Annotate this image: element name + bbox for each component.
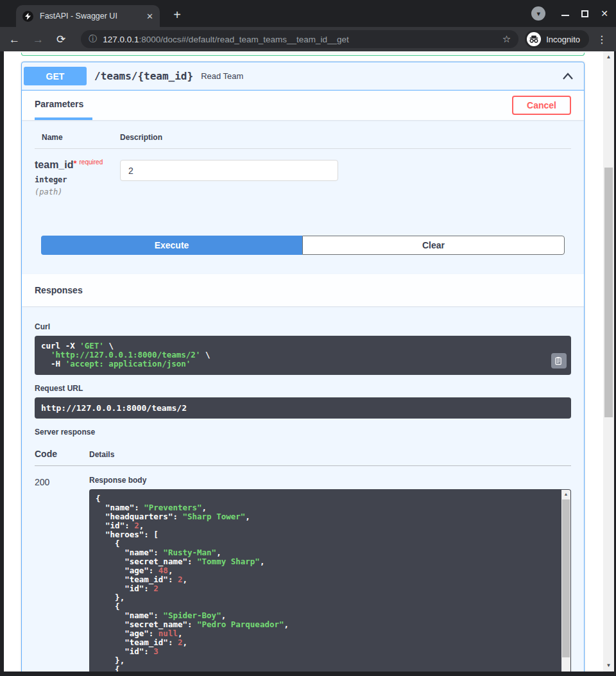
response-body-scrollbar[interactable]: ▲ (561, 490, 570, 672)
responses-body: Curl curl -X 'GET' \ 'http://127.0.0.1:8… (22, 306, 584, 672)
parameter-location: (path) (35, 187, 120, 196)
collapse-operation-button[interactable] (562, 73, 574, 80)
response-row: 200 Response body { "name": "Preventers"… (35, 476, 571, 672)
tab-close-icon[interactable]: ✕ (146, 12, 153, 21)
parameters-header: Parameters Cancel (22, 91, 584, 120)
response-body-json: { "name": "Preventers", "headquarters": … (96, 494, 556, 672)
window-close-button[interactable]: ✕ (601, 9, 608, 18)
curl-command-block: curl -X 'GET' \ 'http://127.0.0.1:8000/t… (35, 336, 571, 375)
column-name-header: Name (35, 129, 120, 148)
minimize-icon (561, 15, 569, 16)
page-content: GET /teams/{team_id} Read Team Parameter… (4, 51, 603, 672)
address-bar[interactable]: ⓘ 127.0.0.1:8000/docs#/default/read_team… (81, 30, 518, 48)
request-url-label: Request URL (35, 384, 571, 393)
column-description-header: Description (120, 129, 571, 148)
response-body-label: Response body (89, 476, 571, 485)
window-controls: ▾ ✕ (531, 0, 608, 27)
browser-tab[interactable]: FastAPI - Swagger UI ✕ (16, 5, 160, 27)
forward-icon[interactable]: → (33, 34, 44, 45)
fastapi-favicon-icon (22, 11, 33, 22)
new-tab-button[interactable]: + (168, 6, 186, 24)
required-asterisk: * (73, 159, 76, 168)
response-table-head: Code Details (35, 449, 571, 466)
tab-parameters[interactable]: Parameters (35, 91, 92, 120)
curl-command: curl -X 'GET' \ 'http://127.0.0.1:8000/t… (41, 342, 545, 368)
team-id-input[interactable] (120, 160, 338, 181)
page-scroll-down-icon[interactable]: ▼ (603, 661, 614, 670)
parameter-value-cell (120, 159, 571, 196)
operation-path: /teams/{team_id} (94, 70, 193, 82)
operation-summary: Read Team (201, 71, 562, 81)
url-text[interactable]: 127.0.0.1:8000/docs#/default/read_team_t… (103, 35, 497, 44)
parameter-name: team_id*required (35, 159, 120, 171)
parameters-table-head: Name Description (35, 129, 571, 149)
browser-menu-icon[interactable]: ⋮ (597, 33, 607, 46)
browser-update-icon[interactable]: ▾ (531, 6, 545, 21)
incognito-label: Incognito (546, 35, 580, 44)
reload-icon[interactable]: ⟳ (56, 34, 65, 45)
required-label: required (80, 159, 103, 166)
parameter-meta: team_id*required integer (path) (35, 159, 120, 196)
bookmark-star-icon[interactable]: ☆ (502, 33, 511, 45)
parameter-row: team_id*required integer (path) (35, 149, 571, 196)
copy-to-clipboard-button[interactable] (551, 353, 567, 368)
execute-row: Execute Clear (41, 236, 565, 255)
swagger-page: GET /teams/{team_id} Read Team Parameter… (4, 51, 614, 672)
page-scrollbar[interactable]: ▲ ▼ (603, 51, 614, 672)
get-operation-block: GET /teams/{team_id} Read Team Parameter… (21, 62, 585, 672)
parameters-title: Parameters (35, 99, 83, 109)
parameters-body: Name Description team_id*required intege… (22, 120, 584, 255)
chevron-up-icon (562, 73, 574, 80)
response-body-block: { "name": "Preventers", "headquarters": … (89, 489, 571, 672)
minimize-button[interactable] (561, 11, 569, 16)
back-icon[interactable]: ← (9, 34, 20, 45)
execute-button[interactable]: Execute (41, 236, 302, 255)
incognito-icon (527, 32, 541, 46)
clipboard-icon (555, 356, 563, 365)
status-code: 200 (35, 476, 89, 672)
clear-button[interactable]: Clear (302, 236, 565, 255)
site-info-icon[interactable]: ⓘ (89, 33, 97, 45)
parameter-type: integer (35, 175, 120, 184)
request-url-value: http://127.0.0.1:8000/teams/2 (35, 397, 571, 419)
curl-label: Curl (35, 322, 571, 331)
maximize-button[interactable] (581, 10, 588, 17)
browser-tab-bar: FastAPI - Swagger UI ✕ + ▾ ✕ (0, 0, 616, 27)
response-scrollbar-thumb[interactable] (562, 499, 570, 657)
previous-operation-block-edge (21, 53, 585, 56)
url-path: :8000/docs#/default/read_team_teams__tea… (139, 35, 349, 44)
browser-toolbar: ← → ⟳ ⓘ 127.0.0.1:8000/docs#/default/rea… (0, 27, 616, 51)
method-badge: GET (24, 67, 87, 85)
tab-title: FastAPI - Swagger UI (40, 12, 142, 21)
response-details: Response body { "name": "Preventers", "h… (89, 476, 571, 672)
code-column-header: Code (35, 449, 89, 459)
maximize-icon (581, 10, 588, 17)
server-response-label: Server response (35, 428, 571, 437)
incognito-badge: Incognito (525, 30, 589, 48)
page-scrollbar-thumb[interactable] (604, 168, 613, 417)
cancel-button[interactable]: Cancel (512, 96, 571, 115)
responses-header: Responses (22, 274, 584, 306)
responses-title: Responses (35, 285, 83, 295)
url-host: 127.0.0.1 (103, 35, 139, 44)
operation-header[interactable]: GET /teams/{team_id} Read Team (22, 62, 584, 91)
page-scroll-up-icon[interactable]: ▲ (603, 53, 614, 62)
scroll-up-icon[interactable]: ▲ (561, 490, 570, 498)
details-column-header: Details (89, 450, 571, 459)
